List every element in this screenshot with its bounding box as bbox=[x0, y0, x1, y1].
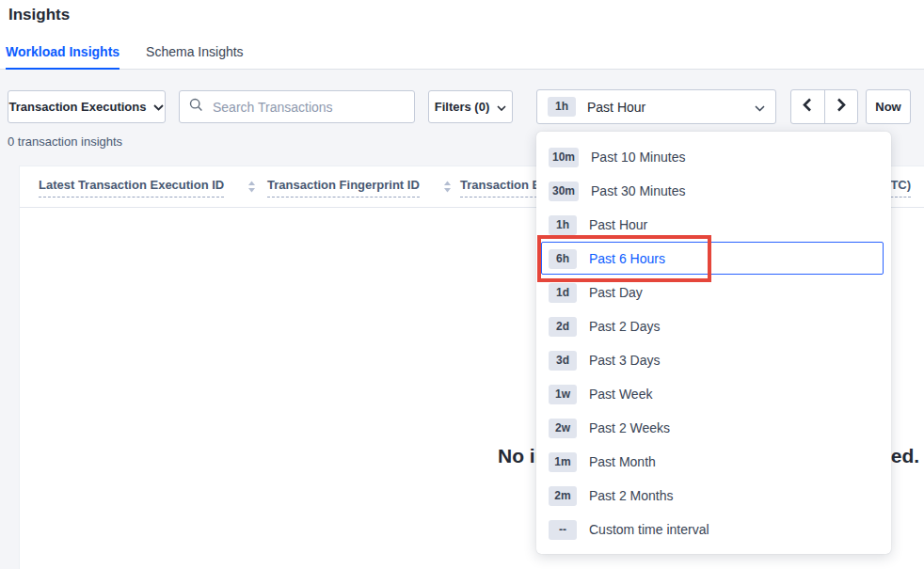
chevron-right-icon bbox=[836, 98, 846, 116]
now-button[interactable]: Now bbox=[866, 89, 911, 124]
insights-count: 0 transaction insights bbox=[8, 134, 122, 149]
time-step-buttons bbox=[790, 89, 858, 124]
time-interval-option[interactable]: 6h Past 6 Hours bbox=[536, 242, 891, 276]
time-option-label: Custom time interval bbox=[589, 522, 709, 537]
time-option-badge: 3d bbox=[549, 351, 577, 371]
time-interval-option[interactable]: 1h Past Hour bbox=[536, 208, 891, 242]
time-interval-badge: 1h bbox=[548, 97, 576, 117]
chevron-down-icon bbox=[497, 100, 506, 114]
time-option-label: Past Hour bbox=[589, 217, 647, 232]
time-option-label: Past 10 Minutes bbox=[591, 150, 685, 165]
time-interval-option[interactable]: 2d Past 2 Days bbox=[536, 309, 891, 343]
time-option-label: Past 2 Weeks bbox=[589, 420, 670, 435]
time-option-label: Past 2 Days bbox=[589, 319, 660, 334]
time-option-badge: 6h bbox=[549, 249, 577, 269]
time-interval-option[interactable]: 1d Past Day bbox=[536, 276, 891, 309]
time-interval-selector[interactable]: 1h Past Hour bbox=[536, 89, 776, 124]
time-option-badge: 1h bbox=[549, 215, 577, 235]
time-option-badge: 10m bbox=[549, 148, 579, 167]
chevron-down-icon bbox=[755, 100, 765, 115]
time-option-badge: 1w bbox=[549, 385, 577, 404]
filters-label: Filters (0) bbox=[435, 100, 490, 114]
column-header[interactable]: Latest Transaction Execution ID bbox=[39, 178, 256, 198]
time-option-badge: 1d bbox=[549, 283, 577, 303]
view-select-button[interactable]: Transaction Executions bbox=[8, 90, 166, 123]
next-interval-button[interactable] bbox=[824, 90, 858, 123]
time-option-label: Past 30 Minutes bbox=[591, 183, 685, 198]
time-option-badge: -- bbox=[549, 520, 577, 540]
tab-workload-insights[interactable]: Workload Insights bbox=[6, 44, 119, 70]
search-box[interactable] bbox=[179, 90, 415, 123]
previous-interval-button[interactable] bbox=[791, 90, 824, 123]
filters-button[interactable]: Filters (0) bbox=[428, 90, 513, 123]
time-interval-option[interactable]: 2w Past 2 Weeks bbox=[536, 411, 891, 445]
time-option-badge: 2d bbox=[549, 317, 577, 337]
time-interval-option[interactable]: -- Custom time interval bbox=[536, 513, 891, 546]
column-header-label: Transaction Fingerprint ID bbox=[267, 178, 420, 198]
time-option-label: Past 6 Hours bbox=[589, 251, 665, 266]
time-option-badge: 2m bbox=[549, 486, 577, 506]
time-option-label: Past Week bbox=[589, 387, 652, 402]
time-interval-option[interactable]: 3d Past 3 Days bbox=[536, 343, 891, 377]
time-option-badge: 1m bbox=[549, 452, 577, 472]
chevron-left-icon bbox=[803, 98, 812, 116]
time-option-label: Past 2 Months bbox=[589, 488, 674, 503]
time-option-label: Past Month bbox=[589, 454, 656, 469]
time-interval-option[interactable]: 30m Past 30 Minutes bbox=[536, 174, 891, 208]
sort-icon[interactable] bbox=[247, 180, 256, 197]
time-interval-option[interactable]: 1w Past Week bbox=[536, 377, 891, 411]
column-header-label: Transaction Ex bbox=[460, 178, 547, 198]
column-header[interactable]: Transaction Ex bbox=[460, 178, 547, 198]
column-header-label: Latest Transaction Execution ID bbox=[39, 178, 224, 198]
tab-schema-insights[interactable]: Schema Insights bbox=[146, 44, 244, 70]
chevron-down-icon bbox=[153, 100, 164, 114]
time-option-badge: 2w bbox=[549, 419, 577, 438]
tab-bar: Workload Insights Schema Insights bbox=[6, 44, 244, 70]
time-option-label: Past Day bbox=[589, 285, 643, 300]
time-option-label: Past 3 Days bbox=[589, 353, 660, 368]
time-interval-dropdown: 10m Past 10 Minutes 30m Past 30 Minutes … bbox=[536, 132, 891, 554]
page-header: Insights Workload Insights Schema Insigh… bbox=[0, 0, 924, 70]
search-input[interactable] bbox=[211, 99, 405, 116]
time-interval-option[interactable]: 10m Past 10 Minutes bbox=[536, 140, 891, 174]
time-interval-label: Past Hour bbox=[587, 100, 645, 115]
sort-icon[interactable] bbox=[443, 180, 452, 197]
search-icon bbox=[189, 98, 203, 116]
time-interval-option[interactable]: 2m Past 2 Months bbox=[536, 479, 891, 513]
time-option-badge: 30m bbox=[549, 182, 579, 201]
page-title: Insights bbox=[8, 6, 70, 24]
view-select-label: Transaction Executions bbox=[9, 100, 147, 114]
time-interval-option[interactable]: 1m Past Month bbox=[536, 445, 891, 479]
column-header[interactable]: Transaction Fingerprint ID bbox=[267, 178, 452, 198]
